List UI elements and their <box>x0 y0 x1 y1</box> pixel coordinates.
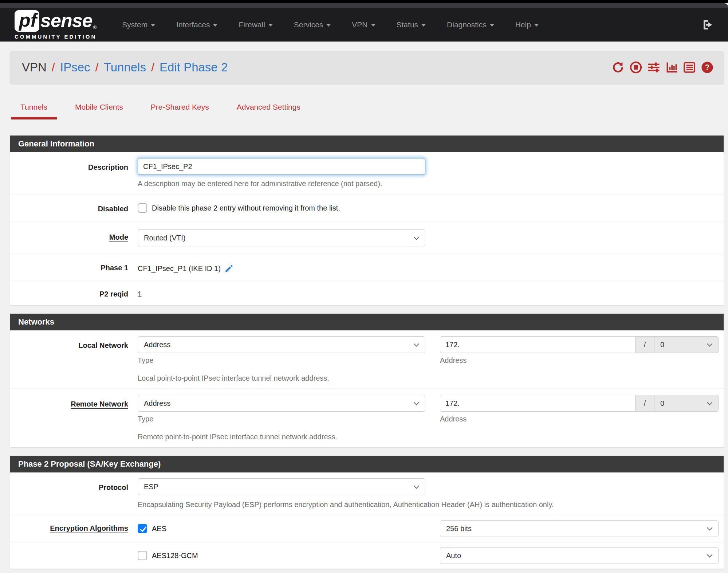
stop-circle-icon[interactable] <box>630 61 642 74</box>
window-chrome-strip <box>0 3 728 8</box>
row-description: Description A description may be entered… <box>10 152 724 195</box>
aes-checkbox[interactable] <box>138 524 147 533</box>
window-chrome-top <box>0 0 728 3</box>
aes-checkbox-label: AES <box>152 525 166 533</box>
caret-down-icon <box>213 24 217 27</box>
chevron-down-icon <box>707 341 713 347</box>
help-icon[interactable]: ? <box>701 61 713 74</box>
slash-addon: / <box>635 395 654 412</box>
local-prefix-select[interactable]: 0 <box>654 336 719 353</box>
row-local-network: Local Network Address Type / 0 Address L… <box>10 330 724 389</box>
nav-item-services[interactable]: Services <box>286 15 339 34</box>
chevron-down-icon <box>707 552 713 558</box>
aes128-gcm-checkbox-label: AES128-GCM <box>152 552 198 560</box>
nav-menu: System Interfaces Firewall Services VPN … <box>114 15 702 34</box>
caret-down-icon <box>268 24 273 27</box>
local-network-type-select[interactable]: Address <box>138 336 425 353</box>
disabled-checkbox-label: Disable this phase 2 entry without remov… <box>152 204 340 212</box>
logo-pf: pf <box>15 10 39 32</box>
bar-chart-icon[interactable] <box>665 61 678 74</box>
nav-item-system[interactable]: System <box>114 15 163 34</box>
nav-item-interfaces[interactable]: Interfaces <box>168 15 225 34</box>
mode-label: Mode <box>109 233 128 242</box>
row-p2reqid: P2 reqid 1 <box>10 280 724 305</box>
local-type-caption: Type <box>138 356 425 365</box>
local-network-help: Local point-to-point IPsec interface tun… <box>138 374 719 382</box>
breadcrumb: VPN / IPsec / Tunnels / Edit Phase 2 <box>22 60 228 74</box>
tab-pre-shared-keys[interactable]: Pre-Shared Keys <box>141 103 219 119</box>
panel-title: General Information <box>10 136 724 152</box>
remote-network-type-select[interactable]: Address <box>138 395 425 412</box>
slash-addon: / <box>635 336 654 353</box>
tab-tunnels[interactable]: Tunnels <box>11 103 57 119</box>
breadcrumb-tunnels[interactable]: Tunnels <box>104 60 146 74</box>
p2reqid-label: P2 reqid <box>99 290 128 298</box>
page-action-icons: ? <box>612 61 713 74</box>
nav-item-help[interactable]: Help <box>507 15 547 34</box>
sliders-icon[interactable] <box>648 61 660 74</box>
local-network-label: Local Network <box>78 341 128 350</box>
chevron-down-icon <box>414 400 420 405</box>
caret-down-icon <box>421 24 426 27</box>
breadcrumb-vpn: VPN <box>22 60 47 74</box>
disabled-label: Disabled <box>98 205 128 213</box>
panel-title: Networks <box>10 314 724 330</box>
chevron-down-icon <box>414 234 420 240</box>
description-input[interactable] <box>138 158 425 175</box>
row-mode: Mode Routed (VTI) <box>10 222 724 254</box>
nav-item-vpn[interactable]: VPN <box>344 15 383 34</box>
mode-select[interactable]: Routed (VTI) <box>138 229 425 246</box>
aes128-gcm-checkbox[interactable] <box>138 551 147 560</box>
panel-general-information: General Information Description A descri… <box>10 136 724 305</box>
breadcrumb-bar: VPN / IPsec / Tunnels / Edit Phase 2 <box>10 51 724 84</box>
p2reqid-value: 1 <box>138 290 142 298</box>
phase1-label: Phase 1 <box>101 264 128 272</box>
pfsense-logo[interactable]: pf sense ® COMMUNITY EDITION <box>15 10 97 40</box>
caret-down-icon <box>534 24 539 27</box>
chevron-down-icon <box>414 341 420 347</box>
protocol-select[interactable]: ESP <box>138 478 425 495</box>
row-phase1: Phase 1 CF1_IPsec_P1 (IKE ID 1) <box>10 254 724 280</box>
caret-down-icon <box>490 24 494 27</box>
breadcrumb-ipsec[interactable]: IPsec <box>60 60 90 74</box>
description-label: Description <box>88 163 128 171</box>
chevron-down-icon <box>414 483 420 489</box>
nav-item-status[interactable]: Status <box>389 15 434 34</box>
description-help: A description may be entered here for ad… <box>138 180 719 188</box>
local-address-input[interactable] <box>440 336 635 353</box>
row-protocol: Protocol ESP Encapsulating Security Payl… <box>10 472 724 515</box>
row-disabled: Disabled Disable this phase 2 entry with… <box>10 195 724 222</box>
nav-item-diagnostics[interactable]: Diagnostics <box>439 15 502 34</box>
caret-down-icon <box>326 24 331 27</box>
row-remote-network: Remote Network Address Type / 0 Address … <box>10 389 724 447</box>
svg-text:?: ? <box>705 63 710 72</box>
top-navbar: pf sense ® COMMUNITY EDITION System Inte… <box>0 8 728 42</box>
edit-pencil-icon[interactable] <box>224 264 234 273</box>
remote-address-caption: Address <box>440 415 719 423</box>
remote-network-label: Remote Network <box>71 400 128 409</box>
list-icon[interactable] <box>683 61 696 74</box>
tab-mobile-clients[interactable]: Mobile Clients <box>66 103 133 119</box>
protocol-help: Encapsulating Security Payload (ESP) per… <box>138 501 719 509</box>
row-encryption-aes128gcm: AES128-GCM Auto <box>10 542 724 569</box>
phase1-value: CF1_IPsec_P1 (IKE ID 1) <box>138 264 221 273</box>
logo-registered-mark: ® <box>93 25 97 30</box>
aes-keylen-select[interactable]: 256 bits <box>440 520 719 537</box>
panel-phase2-proposal: Phase 2 Proposal (SA/Key Exchange) Proto… <box>10 456 724 569</box>
chevron-down-icon <box>707 525 713 531</box>
remote-address-input[interactable] <box>440 395 635 412</box>
refresh-icon[interactable] <box>612 61 624 74</box>
nav-item-firewall[interactable]: Firewall <box>231 15 280 34</box>
sign-out-icon[interactable] <box>702 19 714 31</box>
remote-prefix-select[interactable]: 0 <box>654 395 719 412</box>
local-address-caption: Address <box>440 356 719 365</box>
encryption-algorithms-label: Encryption Algorithms <box>50 524 128 533</box>
row-encryption-aes: Encryption Algorithms AES 256 bits <box>10 515 724 542</box>
remote-type-caption: Type <box>138 415 425 423</box>
panel-title: Phase 2 Proposal (SA/Key Exchange) <box>10 456 724 472</box>
tab-advanced-settings[interactable]: Advanced Settings <box>227 103 310 119</box>
disabled-checkbox[interactable] <box>138 203 147 213</box>
logo-sense: sense <box>40 10 92 31</box>
aes128-gcm-keylen-select[interactable]: Auto <box>440 547 719 564</box>
breadcrumb-edit-phase-2[interactable]: Edit Phase 2 <box>160 60 228 74</box>
